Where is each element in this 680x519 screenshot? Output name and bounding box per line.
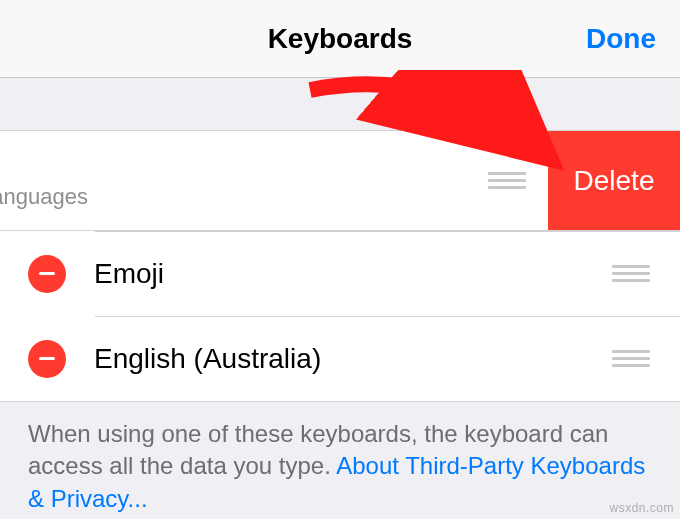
keyboard-row-english-au[interactable]: English (Australia) <box>0 316 680 401</box>
footer-note: When using one of these keyboards, the k… <box>0 402 680 519</box>
keyboard-name: English (Australia) <box>94 343 610 375</box>
reorder-handle-icon[interactable] <box>486 172 528 189</box>
keyboard-row-emoji[interactable]: Emoji <box>0 231 680 316</box>
keyboard-row-content: oard tiple languages <box>0 131 474 230</box>
watermark: wsxdn.com <box>609 501 674 515</box>
keyboard-list: oard tiple languages Delete Emoji Englis… <box>0 130 680 402</box>
reorder-handle-icon[interactable] <box>610 350 652 367</box>
keyboard-name: Emoji <box>94 258 610 290</box>
delete-button[interactable]: Delete <box>548 131 680 230</box>
done-button[interactable]: Done <box>586 23 656 55</box>
navbar: Keyboards Done <box>0 0 680 78</box>
keyboard-name-partial: oard <box>0 151 474 182</box>
remove-icon[interactable] <box>28 340 66 378</box>
keyboard-subtitle-partial: tiple languages <box>0 184 474 210</box>
page-title: Keyboards <box>268 23 413 55</box>
remove-icon[interactable] <box>28 255 66 293</box>
section-gap <box>0 78 680 130</box>
reorder-handle-icon[interactable] <box>610 265 652 282</box>
keyboard-row-swiped[interactable]: oard tiple languages Delete <box>0 131 680 231</box>
